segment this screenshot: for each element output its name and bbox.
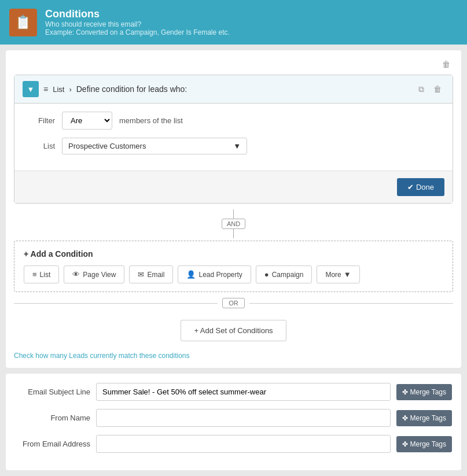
list-btn-label: List <box>40 271 51 279</box>
from-name-input[interactable] <box>96 409 391 427</box>
page-header: 📋 Conditions Who should receive this ema… <box>0 0 467 45</box>
list-label: List <box>26 142 55 150</box>
done-area: ✔ Done <box>14 171 453 203</box>
done-button[interactable]: ✔ Done <box>397 178 444 196</box>
more-condition-button[interactable]: More ▼ <box>317 265 359 283</box>
and-connector: AND <box>14 209 453 238</box>
subject-merge-button[interactable]: ✤ Merge Tags <box>396 384 452 400</box>
collapse-button[interactable]: ▼ <box>23 81 39 97</box>
add-set-button[interactable]: + Add Set of Conditions <box>181 320 286 341</box>
from-email-row: From Email Address ✤ Merge Tags <box>15 435 452 453</box>
breadcrumb-separator: › <box>69 85 71 94</box>
header-subtitle: Who should receive this email? <box>45 20 230 28</box>
or-connector: OR <box>14 298 453 308</box>
filter-label: Filter <box>26 116 55 125</box>
from-email-merge-button[interactable]: ✤ Merge Tags <box>396 436 452 452</box>
condition-card-header-left: ▼ ≡ List › Define condition for leads wh… <box>23 81 187 97</box>
header-example: Example: Converted on a Campaign, Gender… <box>45 28 230 36</box>
add-set-area: + Add Set of Conditions <box>14 320 453 341</box>
main-content: 🗑 ▼ ≡ List › Define condition for leads … <box>6 50 461 368</box>
email-btn-icon: ✉ <box>138 270 144 279</box>
filter-suffix: members of the list <box>119 116 183 125</box>
list-dropdown-value: Prospective Customers <box>68 142 146 150</box>
header-text: Conditions Who should receive this email… <box>45 8 230 36</box>
more-btn-label: More <box>325 271 341 279</box>
leadproperty-condition-button[interactable]: 👤 Lead Property <box>178 265 251 283</box>
subject-row: Email Subject Line ✤ Merge Tags <box>15 383 452 401</box>
condition-buttons: ≡ List 👁 Page View ✉ Email 👤 Lead Proper… <box>24 265 443 283</box>
breadcrumb-section: List <box>53 85 64 94</box>
check-leads-link[interactable]: Check how many Leads currently match the… <box>14 352 190 360</box>
leadproperty-btn-icon: 👤 <box>186 270 196 279</box>
leadproperty-btn-label: Lead Property <box>198 271 242 279</box>
from-name-label: From Name <box>15 414 90 422</box>
add-condition-area: + Add a Condition ≡ List 👁 Page View ✉ E… <box>14 241 453 292</box>
or-badge: OR <box>222 298 245 308</box>
filter-select[interactable]: Are Are Not <box>62 112 112 130</box>
campaign-btn-icon: ● <box>264 270 269 279</box>
dropdown-arrow-icon: ▼ <box>233 142 241 150</box>
list-icon: ≡ <box>43 84 48 94</box>
connector-line-bottom <box>233 229 234 238</box>
condition-card-header: ▼ ≡ List › Define condition for leads wh… <box>14 75 453 104</box>
bottom-section: Email Subject Line ✤ Merge Tags From Nam… <box>6 374 461 470</box>
list-row: List Prospective Customers ▼ <box>26 138 441 154</box>
add-condition-title: + Add a Condition <box>24 249 443 259</box>
pageview-condition-button[interactable]: 👁 Page View <box>64 265 124 283</box>
from-name-row: From Name ✤ Merge Tags <box>15 409 452 427</box>
more-btn-icon: ▼ <box>344 270 351 279</box>
header-icon-glyph: 📋 <box>14 14 32 31</box>
copy-button[interactable]: ⧉ <box>415 83 427 95</box>
or-line-right <box>249 303 453 304</box>
condition-card-title: Define condition for leads who: <box>76 84 187 94</box>
condition-form: Filter Are Are Not members of the list L… <box>14 104 453 171</box>
list-condition-button[interactable]: ≡ List <box>24 265 59 283</box>
top-delete-button[interactable]: 🗑 <box>439 58 453 70</box>
connector-line-top <box>233 209 234 219</box>
filter-row: Filter Are Are Not members of the list <box>26 112 441 130</box>
pageview-btn-icon: 👁 <box>72 270 80 279</box>
list-btn-icon: ≡ <box>32 270 37 279</box>
and-badge: AND <box>222 219 245 229</box>
from-name-merge-button[interactable]: ✤ Merge Tags <box>396 410 452 426</box>
subject-input[interactable] <box>96 383 391 401</box>
campaign-btn-label: Campaign <box>272 271 304 279</box>
condition-card: ▼ ≡ List › Define condition for leads wh… <box>14 75 453 204</box>
card-delete-button[interactable]: 🗑 <box>431 83 444 95</box>
or-line-left <box>14 303 218 304</box>
condition-card-actions: ⧉ 🗑 <box>415 83 444 95</box>
email-condition-button[interactable]: ✉ Email <box>129 265 173 283</box>
email-btn-label: Email <box>147 271 164 279</box>
page-title: Conditions <box>45 8 230 20</box>
header-icon: 📋 <box>9 9 37 36</box>
top-actions: 🗑 <box>14 58 453 70</box>
list-dropdown[interactable]: Prospective Customers ▼ <box>62 138 247 154</box>
pageview-btn-label: Page View <box>83 271 116 279</box>
subject-label: Email Subject Line <box>15 388 90 396</box>
campaign-condition-button[interactable]: ● Campaign <box>256 265 312 283</box>
from-email-input[interactable] <box>96 435 391 453</box>
from-email-label: From Email Address <box>15 440 90 448</box>
